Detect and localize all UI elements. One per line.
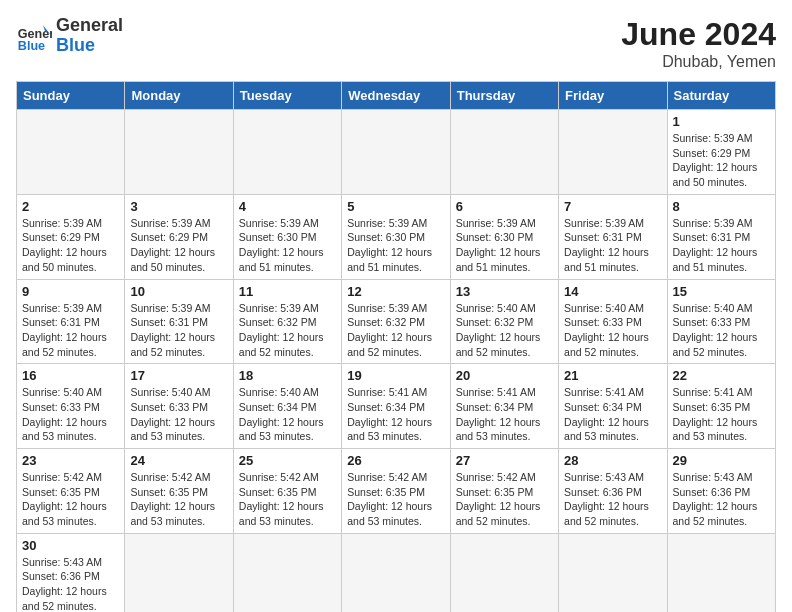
- col-thursday: Thursday: [450, 82, 558, 110]
- day-number: 21: [564, 368, 661, 383]
- day-cell: 30Sunrise: 5:43 AM Sunset: 6:36 PM Dayli…: [17, 533, 125, 612]
- day-cell: 29Sunrise: 5:43 AM Sunset: 6:36 PM Dayli…: [667, 449, 775, 534]
- day-cell: [559, 533, 667, 612]
- location: Dhubab, Yemen: [621, 53, 776, 71]
- day-number: 29: [673, 453, 770, 468]
- day-cell: [559, 110, 667, 195]
- day-number: 24: [130, 453, 227, 468]
- day-number: 23: [22, 453, 119, 468]
- day-info: Sunrise: 5:39 AM Sunset: 6:31 PM Dayligh…: [130, 301, 227, 360]
- day-number: 1: [673, 114, 770, 129]
- day-cell: [342, 110, 450, 195]
- week-row-6: 30Sunrise: 5:43 AM Sunset: 6:36 PM Dayli…: [17, 533, 776, 612]
- day-info: Sunrise: 5:39 AM Sunset: 6:31 PM Dayligh…: [22, 301, 119, 360]
- day-number: 12: [347, 284, 444, 299]
- calendar-table: Sunday Monday Tuesday Wednesday Thursday…: [16, 81, 776, 612]
- day-info: Sunrise: 5:40 AM Sunset: 6:32 PM Dayligh…: [456, 301, 553, 360]
- day-info: Sunrise: 5:41 AM Sunset: 6:34 PM Dayligh…: [347, 385, 444, 444]
- day-cell: 24Sunrise: 5:42 AM Sunset: 6:35 PM Dayli…: [125, 449, 233, 534]
- month-year: June 2024: [621, 16, 776, 53]
- col-wednesday: Wednesday: [342, 82, 450, 110]
- day-info: Sunrise: 5:39 AM Sunset: 6:31 PM Dayligh…: [673, 216, 770, 275]
- day-cell: 18Sunrise: 5:40 AM Sunset: 6:34 PM Dayli…: [233, 364, 341, 449]
- day-cell: 26Sunrise: 5:42 AM Sunset: 6:35 PM Dayli…: [342, 449, 450, 534]
- day-cell: 15Sunrise: 5:40 AM Sunset: 6:33 PM Dayli…: [667, 279, 775, 364]
- day-cell: 25Sunrise: 5:42 AM Sunset: 6:35 PM Dayli…: [233, 449, 341, 534]
- day-number: 2: [22, 199, 119, 214]
- day-number: 8: [673, 199, 770, 214]
- day-cell: 14Sunrise: 5:40 AM Sunset: 6:33 PM Dayli…: [559, 279, 667, 364]
- day-cell: 28Sunrise: 5:43 AM Sunset: 6:36 PM Dayli…: [559, 449, 667, 534]
- day-info: Sunrise: 5:41 AM Sunset: 6:34 PM Dayligh…: [564, 385, 661, 444]
- day-info: Sunrise: 5:40 AM Sunset: 6:34 PM Dayligh…: [239, 385, 336, 444]
- week-row-1: 1Sunrise: 5:39 AM Sunset: 6:29 PM Daylig…: [17, 110, 776, 195]
- day-number: 3: [130, 199, 227, 214]
- header: General Blue General Blue June 2024 Dhub…: [16, 16, 776, 71]
- header-row: Sunday Monday Tuesday Wednesday Thursday…: [17, 82, 776, 110]
- day-cell: 13Sunrise: 5:40 AM Sunset: 6:32 PM Dayli…: [450, 279, 558, 364]
- day-cell: 10Sunrise: 5:39 AM Sunset: 6:31 PM Dayli…: [125, 279, 233, 364]
- col-sunday: Sunday: [17, 82, 125, 110]
- day-info: Sunrise: 5:43 AM Sunset: 6:36 PM Dayligh…: [22, 555, 119, 612]
- day-number: 28: [564, 453, 661, 468]
- day-number: 16: [22, 368, 119, 383]
- day-number: 20: [456, 368, 553, 383]
- day-cell: 2Sunrise: 5:39 AM Sunset: 6:29 PM Daylig…: [17, 194, 125, 279]
- day-cell: [450, 533, 558, 612]
- day-number: 5: [347, 199, 444, 214]
- day-info: Sunrise: 5:42 AM Sunset: 6:35 PM Dayligh…: [239, 470, 336, 529]
- day-number: 19: [347, 368, 444, 383]
- day-number: 10: [130, 284, 227, 299]
- day-cell: 7Sunrise: 5:39 AM Sunset: 6:31 PM Daylig…: [559, 194, 667, 279]
- day-cell: 12Sunrise: 5:39 AM Sunset: 6:32 PM Dayli…: [342, 279, 450, 364]
- day-number: 14: [564, 284, 661, 299]
- day-cell: 19Sunrise: 5:41 AM Sunset: 6:34 PM Dayli…: [342, 364, 450, 449]
- day-info: Sunrise: 5:39 AM Sunset: 6:29 PM Dayligh…: [673, 131, 770, 190]
- day-info: Sunrise: 5:41 AM Sunset: 6:34 PM Dayligh…: [456, 385, 553, 444]
- day-info: Sunrise: 5:40 AM Sunset: 6:33 PM Dayligh…: [130, 385, 227, 444]
- day-info: Sunrise: 5:42 AM Sunset: 6:35 PM Dayligh…: [22, 470, 119, 529]
- day-cell: 16Sunrise: 5:40 AM Sunset: 6:33 PM Dayli…: [17, 364, 125, 449]
- day-number: 9: [22, 284, 119, 299]
- day-info: Sunrise: 5:40 AM Sunset: 6:33 PM Dayligh…: [22, 385, 119, 444]
- day-number: 18: [239, 368, 336, 383]
- day-cell: 27Sunrise: 5:42 AM Sunset: 6:35 PM Dayli…: [450, 449, 558, 534]
- day-cell: 4Sunrise: 5:39 AM Sunset: 6:30 PM Daylig…: [233, 194, 341, 279]
- day-number: 7: [564, 199, 661, 214]
- day-info: Sunrise: 5:42 AM Sunset: 6:35 PM Dayligh…: [130, 470, 227, 529]
- day-cell: 23Sunrise: 5:42 AM Sunset: 6:35 PM Dayli…: [17, 449, 125, 534]
- day-info: Sunrise: 5:43 AM Sunset: 6:36 PM Dayligh…: [673, 470, 770, 529]
- day-info: Sunrise: 5:39 AM Sunset: 6:30 PM Dayligh…: [347, 216, 444, 275]
- day-cell: 5Sunrise: 5:39 AM Sunset: 6:30 PM Daylig…: [342, 194, 450, 279]
- day-number: 13: [456, 284, 553, 299]
- day-info: Sunrise: 5:39 AM Sunset: 6:32 PM Dayligh…: [347, 301, 444, 360]
- day-number: 25: [239, 453, 336, 468]
- week-row-2: 2Sunrise: 5:39 AM Sunset: 6:29 PM Daylig…: [17, 194, 776, 279]
- day-info: Sunrise: 5:43 AM Sunset: 6:36 PM Dayligh…: [564, 470, 661, 529]
- day-cell: [233, 533, 341, 612]
- day-number: 6: [456, 199, 553, 214]
- day-number: 4: [239, 199, 336, 214]
- day-cell: 3Sunrise: 5:39 AM Sunset: 6:29 PM Daylig…: [125, 194, 233, 279]
- day-info: Sunrise: 5:39 AM Sunset: 6:30 PM Dayligh…: [456, 216, 553, 275]
- day-cell: [450, 110, 558, 195]
- svg-text:Blue: Blue: [18, 39, 45, 53]
- col-monday: Monday: [125, 82, 233, 110]
- day-info: Sunrise: 5:39 AM Sunset: 6:30 PM Dayligh…: [239, 216, 336, 275]
- logo: General Blue General Blue: [16, 16, 123, 56]
- day-cell: [125, 533, 233, 612]
- week-row-3: 9Sunrise: 5:39 AM Sunset: 6:31 PM Daylig…: [17, 279, 776, 364]
- title-area: June 2024 Dhubab, Yemen: [621, 16, 776, 71]
- day-cell: 21Sunrise: 5:41 AM Sunset: 6:34 PM Dayli…: [559, 364, 667, 449]
- day-number: 15: [673, 284, 770, 299]
- col-tuesday: Tuesday: [233, 82, 341, 110]
- day-number: 11: [239, 284, 336, 299]
- col-saturday: Saturday: [667, 82, 775, 110]
- day-cell: 1Sunrise: 5:39 AM Sunset: 6:29 PM Daylig…: [667, 110, 775, 195]
- logo-icon: General Blue: [16, 18, 52, 54]
- day-number: 17: [130, 368, 227, 383]
- col-friday: Friday: [559, 82, 667, 110]
- day-info: Sunrise: 5:39 AM Sunset: 6:29 PM Dayligh…: [130, 216, 227, 275]
- day-number: 27: [456, 453, 553, 468]
- day-cell: 8Sunrise: 5:39 AM Sunset: 6:31 PM Daylig…: [667, 194, 775, 279]
